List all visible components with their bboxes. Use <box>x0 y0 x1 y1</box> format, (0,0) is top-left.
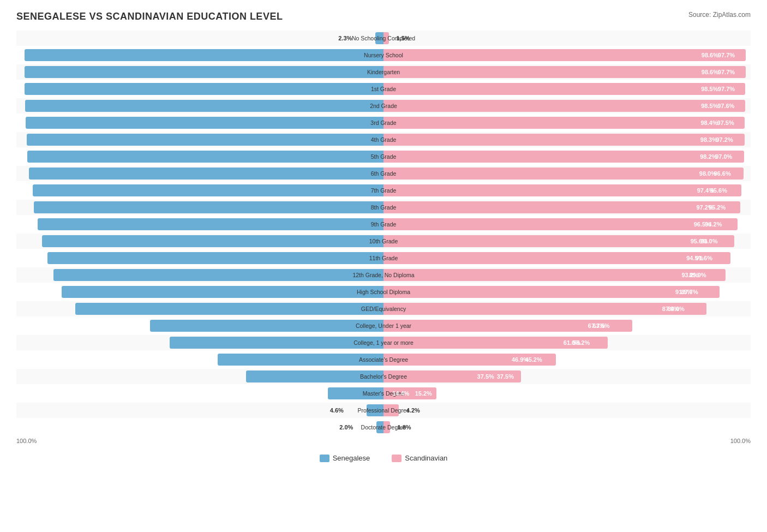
legend-color-scandinavian <box>392 455 402 462</box>
right-value-label: 97.4% <box>697 187 714 194</box>
legend-senegalese: Senegalese <box>320 454 370 462</box>
left-bar <box>25 83 384 95</box>
left-value-label: 4.6% <box>330 407 344 414</box>
right-value-label: 4.2% <box>406 407 420 414</box>
right-bar <box>384 168 744 180</box>
left-bar <box>29 168 384 180</box>
right-value-label: 93.2% <box>681 272 698 278</box>
row-label: 6th Grade <box>368 169 400 178</box>
chart-row: 5th Grade97.0%98.2% <box>16 149 751 164</box>
right-value-label: 98.6% <box>702 69 718 75</box>
row-label: 7th Grade <box>368 186 400 195</box>
axis-left: 100.0% <box>16 438 37 444</box>
left-value-label: 97.7% <box>718 86 735 92</box>
chart-row: 12th Grade, No Diploma89.9%93.2% <box>16 267 751 283</box>
right-value-label: 98.0% <box>699 170 716 177</box>
legend-color-senegalese <box>320 455 329 462</box>
row-label: 12th Grade, No Diploma <box>349 271 417 279</box>
right-bar <box>384 117 745 129</box>
right-value-label: 98.5% <box>701 103 718 109</box>
chart-row: 4th Grade97.2%98.3% <box>16 132 751 147</box>
axis-right: 100.0% <box>730 438 751 444</box>
chart-area: No Schooling Completed2.3%1.5%Nursery Sc… <box>16 31 751 435</box>
right-value-label: 1.8% <box>398 424 411 431</box>
left-bar <box>25 49 384 61</box>
chart-row: 8th Grade95.2%97.2% <box>16 200 751 215</box>
row-label: 5th Grade <box>368 152 400 161</box>
chart-row: College, 1 year or more58.2%61.0% <box>16 335 751 350</box>
right-bar <box>384 286 720 298</box>
right-value-label: 91.5% <box>675 289 692 295</box>
right-value-label: 98.3% <box>700 136 717 143</box>
row-label: 10th Grade <box>366 237 402 246</box>
legend-label-senegalese: Senegalese <box>333 454 370 462</box>
left-bar <box>25 66 384 78</box>
right-value-label: 87.9% <box>662 306 679 312</box>
right-bar <box>384 83 745 95</box>
left-bar <box>75 303 384 315</box>
left-bar <box>150 320 384 332</box>
row-label: 1st Grade <box>368 85 399 93</box>
left-bar <box>34 201 384 213</box>
row-label: Associate's Degree <box>356 355 411 364</box>
chart-row: Master's Degree15.2%14.4% <box>16 386 751 401</box>
right-bar <box>384 303 706 315</box>
left-value-label: 37.5% <box>497 373 514 380</box>
row-label: 11th Grade <box>366 254 402 262</box>
left-bar <box>62 286 384 298</box>
left-value-label: 2.3% <box>338 35 352 41</box>
right-value-label: 98.6% <box>702 52 718 58</box>
chart-row: GED/Equivalency84.0%87.9% <box>16 301 751 316</box>
chart-row: 2nd Grade97.6%98.5% <box>16 98 751 113</box>
left-bar <box>27 134 384 146</box>
legend-label-scandinavian: Scandinavian <box>405 454 447 462</box>
row-label: 9th Grade <box>368 220 400 229</box>
right-bar <box>384 184 741 196</box>
chart-row: 3rd Grade97.5%98.4% <box>16 115 751 130</box>
left-value-label: 97.0% <box>715 153 732 160</box>
row-label: Professional Degree <box>354 406 412 415</box>
left-bar <box>27 151 384 163</box>
right-bar <box>384 218 738 230</box>
right-value-label: 61.0% <box>564 339 580 346</box>
chart-row: 1st Grade97.7%98.5% <box>16 81 751 97</box>
right-value-label: 14.4% <box>392 390 409 397</box>
right-bar <box>384 66 746 78</box>
row-label: Bachelor's Degree <box>357 372 410 381</box>
row-label: 4th Grade <box>368 135 400 144</box>
right-bar <box>384 151 744 163</box>
left-bar <box>25 100 384 112</box>
row-label: 8th Grade <box>368 203 400 212</box>
chart-row: Bachelor's Degree37.5%37.5% <box>16 369 751 384</box>
chart-row: 9th Grade94.2%96.5% <box>16 217 751 232</box>
right-value-label: 96.5% <box>694 221 711 228</box>
row-label: Nursery School <box>361 51 406 59</box>
right-value-label: 46.9% <box>512 356 529 363</box>
chart-row: 10th Grade93.0%95.6% <box>16 234 751 249</box>
left-value-label: 2.0% <box>339 424 353 431</box>
source-label: Source: ZipAtlas.com <box>688 11 751 19</box>
left-value-label: 15.2% <box>415 390 432 397</box>
right-value-label: 94.5% <box>686 255 703 261</box>
left-value-label: 97.7% <box>718 52 735 58</box>
chart-row: 7th Grade95.6%97.4% <box>16 183 751 198</box>
row-label: GED/Equivalency <box>358 304 409 313</box>
chart-row: 6th Grade96.6%98.0% <box>16 166 751 181</box>
chart-row: 11th Grade91.6%94.5% <box>16 250 751 266</box>
left-bar <box>38 218 384 230</box>
row-label: College, 1 year or more <box>350 338 417 347</box>
right-value-label: 37.5% <box>477 373 494 380</box>
left-value-label: 97.6% <box>717 103 734 109</box>
chart-row: Professional Degree4.6%4.2% <box>16 403 751 418</box>
chart-row: College, Under 1 year63.6%67.7% <box>16 318 751 333</box>
left-bar <box>53 269 384 281</box>
right-value-label: 95.6% <box>691 238 708 244</box>
chart-row: High School Diploma87.7%91.5% <box>16 284 751 300</box>
left-value-label: 96.6% <box>714 170 730 177</box>
right-value-label: 97.2% <box>696 204 713 211</box>
legend: Senegalese Scandinavian <box>16 454 751 462</box>
right-value-label: 98.4% <box>700 119 717 126</box>
chart-row: Doctorate Degree2.0%1.8% <box>16 420 751 435</box>
legend-scandinavian: Scandinavian <box>392 454 447 462</box>
left-bar <box>26 117 384 129</box>
